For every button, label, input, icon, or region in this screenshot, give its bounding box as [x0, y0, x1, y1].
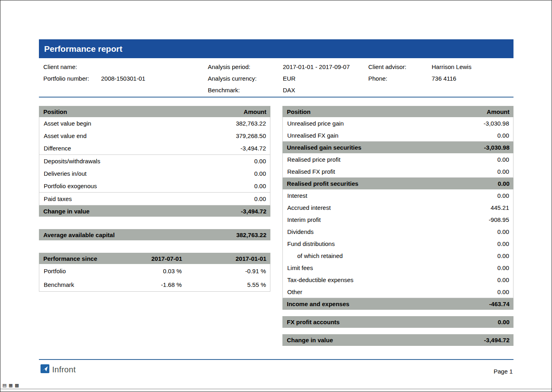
row-amount: 0.00 [498, 319, 509, 325]
table-row: Unrealised FX gain 0.00 [283, 129, 513, 141]
table-row: Difference -3,494.72 [39, 142, 270, 154]
row-label: Other [287, 288, 302, 295]
phone-label: Phone: [368, 75, 432, 82]
footer-divider [39, 359, 513, 360]
row-value-2: -0.91 % [182, 268, 266, 274]
spacer [282, 328, 513, 334]
row-label: Fund distributions [287, 240, 335, 247]
table-row: Deliveries in/out 0.00 [39, 167, 270, 180]
row-label: Interim profit [287, 216, 321, 223]
analysis-currency-label: Analysis currency: [208, 75, 283, 82]
analysis-period-label: Analysis period: [208, 63, 283, 70]
row-amount: 0.00 [497, 264, 509, 271]
row-label: Realised FX profit [287, 168, 335, 175]
table-row: Asset value begin 382,763.22 [39, 117, 270, 130]
phone-row: Phone: 736 4116 [368, 73, 471, 84]
row-amount: 0.00 [254, 158, 266, 165]
income-expenses-group: Interest 0.00 Accrued interest 445.21 In… [282, 189, 513, 298]
row-label: Tax-deductible expenses [287, 276, 353, 283]
row-label: Realised price profit [287, 156, 341, 163]
subtotal-amount: 0.00 [498, 180, 509, 187]
row-value-2: 5.55 % [182, 281, 266, 288]
report-title-bar: Performance report [39, 39, 513, 58]
header-divider [39, 97, 513, 97]
performance-date2-header: 2017-01-01 [182, 255, 266, 262]
page-title: Performance report [44, 44, 122, 54]
benchmark-row: Benchmark: DAX [208, 84, 350, 96]
table-row: Interim profit -908.95 [283, 213, 513, 225]
row-amount: 379,268.50 [236, 132, 266, 139]
unrealised-gain-subtotal-row: Unrealised gain securities -3,030.98 [282, 142, 513, 153]
average-capital-label: Average available capital [43, 232, 115, 238]
table-row: Limit fees 0.00 [283, 262, 513, 274]
row-amount: 0.00 [497, 228, 509, 235]
income-expenses-subtotal-row: Income and expenses -463.74 [282, 298, 513, 310]
table-row: Dividends 0.00 [283, 225, 513, 238]
table-row: Paid taxes 0.00 [39, 193, 270, 205]
row-amount: 0.00 [497, 156, 509, 163]
benchmark-value: DAX [283, 87, 295, 93]
total-label: Change in value [43, 208, 89, 215]
row-amount: 0.00 [497, 168, 509, 175]
page-view-icon[interactable]: ▤ [2, 382, 6, 388]
spacer [282, 310, 513, 316]
dense-grid-view-icon[interactable]: ▩ [15, 382, 19, 388]
position-column-header: Position [43, 108, 67, 115]
row-amount: -908.95 [489, 216, 509, 223]
performance-table-header: Performance since 2017-07-01 2017-01-01 [39, 253, 270, 264]
right-column: Position Amount Unrealised price gain -3… [282, 106, 513, 346]
table-row: Portfolio exogenous 0.00 [39, 180, 270, 192]
row-amount: 445.21 [491, 204, 509, 211]
client-advisor-row: Client advisor: Harrison Lewis [368, 61, 471, 73]
change-in-value-row: Change in value -3,494.72 [282, 334, 513, 346]
analysis-period-row: Analysis period: 2017-01-01 - 2017-09-07 [208, 61, 350, 73]
phone-value: 736 4116 [432, 75, 456, 82]
analysis-period-value: 2017-01-01 - 2017-09-07 [283, 63, 350, 70]
change-in-value-row: Change in value -3,494.72 [39, 205, 270, 217]
left-column: Position Amount Asset value begin 382,76… [39, 106, 270, 292]
taxes-group: Paid taxes 0.00 [39, 193, 270, 205]
row-amount: 0.00 [254, 170, 266, 177]
performance-rows-group: Portfolio 0.03 % -0.91 % Benchmark -1.68… [39, 264, 270, 292]
row-amount: 0.00 [254, 195, 266, 202]
total-label: Change in value [287, 337, 333, 343]
row-label: Paid taxes [44, 195, 72, 202]
realised-profit-subtotal-row: Realised profit securities 0.00 [282, 178, 513, 189]
info-column-client: Client name: Portfolio number: 2008-1503… [43, 61, 145, 84]
table-row: Deposits/withdrawals 0.00 [39, 155, 270, 167]
client-advisor-label: Client advisor: [368, 63, 432, 70]
client-advisor-value: Harrison Lewis [432, 63, 471, 70]
row-amount: 0.00 [497, 252, 509, 259]
table-row: Asset value end 379,268.50 [39, 130, 270, 142]
table-row: Other 0.00 [283, 286, 513, 298]
brand-name: Infront [52, 365, 76, 374]
left-table-header: Position Amount [39, 106, 270, 117]
row-value-1: -1.68 % [114, 281, 182, 288]
row-label: Interest [287, 192, 307, 199]
infront-logo-icon [41, 364, 49, 375]
table-row: Fund distributions 0.00 [283, 238, 513, 250]
row-label: Dividends [287, 228, 314, 235]
row-amount: 0.00 [497, 132, 509, 139]
row-amount: 382,763.22 [236, 120, 266, 127]
right-table-header: Position Amount [282, 106, 513, 117]
row-label: FX profit accounts [287, 319, 340, 325]
info-column-advisor: Client advisor: Harrison Lewis Phone: 73… [368, 61, 471, 84]
performance-date1-header: 2017-07-01 [115, 255, 182, 262]
row-label: of which retained [287, 252, 343, 259]
statusbar: ▤ ▦ ▩ [2, 382, 19, 388]
row-label: Asset value end [44, 132, 87, 139]
table-row: Accrued interest 445.21 [283, 201, 513, 213]
report-info-header: Client name: Portfolio number: 2008-1503… [39, 61, 513, 96]
row-label: Accrued interest [287, 204, 331, 211]
realised-group: Realised price profit 0.00 Realised FX p… [282, 153, 513, 178]
row-amount: 0.00 [497, 288, 509, 295]
table-row: Tax-deductible expenses 0.00 [283, 274, 513, 286]
row-label: Portfolio exogenous [44, 183, 97, 189]
table-row: Interest 0.00 [283, 189, 513, 201]
position-column-header: Position [287, 108, 310, 115]
table-row: Portfolio 0.03 % -0.91 % [39, 264, 270, 278]
row-amount: 0.00 [497, 276, 509, 283]
grid-view-icon[interactable]: ▦ [8, 382, 12, 388]
row-value-1: 0.03 % [114, 268, 182, 274]
